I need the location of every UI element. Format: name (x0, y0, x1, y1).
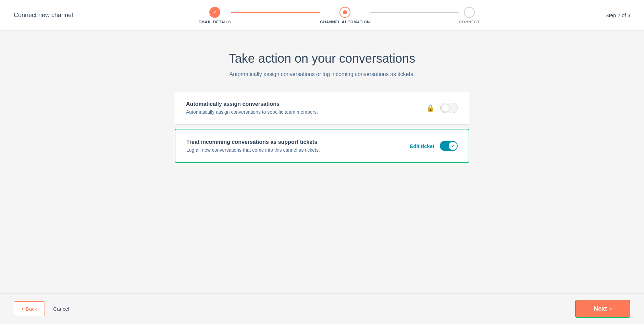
step-connect: CONNECT (459, 7, 480, 24)
toggle-on-2[interactable]: ✓ (440, 141, 458, 151)
main-title: Take action on your conversations (229, 51, 415, 66)
footer: Back Cancel Next (0, 293, 644, 324)
footer-left: Back Cancel (14, 301, 69, 316)
main-subtitle: Automatically assign conversations or lo… (230, 71, 415, 77)
step-2-label: CHANNEL AUTOMATION (320, 20, 370, 24)
connector-1 (231, 12, 320, 13)
card-support-tickets: Treat incomming conversations as support… (175, 129, 469, 163)
card-1-desc: Automatically assign conversations to se… (186, 109, 426, 115)
step-2-circle (339, 7, 350, 18)
step-1-circle: ✓ (209, 7, 220, 18)
card-2-text: Treat incomming conversations as support… (186, 139, 410, 153)
toggle-check-icon: ✓ (451, 144, 455, 149)
card-1-title: Automatically assign conversations (186, 101, 426, 107)
main-content: Take action on your conversations Automa… (0, 31, 644, 293)
steps-progress: ✓ EMAIL DETAILS CHANNEL AUTOMATION CONNE… (199, 7, 480, 24)
next-button[interactable]: Next (575, 300, 630, 318)
step-channel-automation: CHANNEL AUTOMATION (320, 7, 370, 24)
card-2-title: Treat incomming conversations as support… (186, 139, 410, 145)
connector-2 (370, 12, 459, 13)
toggle-off-1[interactable] (440, 103, 458, 113)
back-button[interactable]: Back (14, 301, 45, 316)
check-icon: ✓ (213, 10, 217, 15)
back-label: Back (26, 306, 37, 312)
step-3-label: CONNECT (459, 20, 480, 24)
step-3-circle (464, 7, 475, 18)
header: Connect new channel ✓ EMAIL DETAILS CHAN… (0, 0, 644, 31)
card-1-actions: 🔒 (426, 103, 458, 113)
card-1-text: Automatically assign conversations Autom… (186, 101, 426, 115)
card-2-desc: Log all new conversations that come into… (186, 147, 410, 153)
step-counter: Step 2 of 3 (605, 12, 630, 18)
cards-container: Automatically assign conversations Autom… (175, 91, 469, 167)
next-chevron-icon (610, 305, 612, 312)
active-dot (343, 10, 347, 14)
lock-icon: 🔒 (426, 104, 435, 112)
card-assign-conversations: Automatically assign conversations Autom… (175, 91, 469, 125)
toggle-thumb-2: ✓ (449, 142, 457, 150)
page-title: Connect new channel (14, 12, 73, 19)
back-chevron-icon (22, 305, 24, 312)
cancel-link[interactable]: Cancel (53, 306, 69, 312)
next-label: Next (594, 305, 607, 312)
toggle-thumb-1 (441, 104, 449, 112)
step-email-details: ✓ EMAIL DETAILS (199, 7, 231, 24)
card-2-actions: Edit ticket ✓ (410, 141, 458, 151)
edit-ticket-link[interactable]: Edit ticket (410, 143, 434, 149)
step-1-label: EMAIL DETAILS (199, 20, 231, 24)
